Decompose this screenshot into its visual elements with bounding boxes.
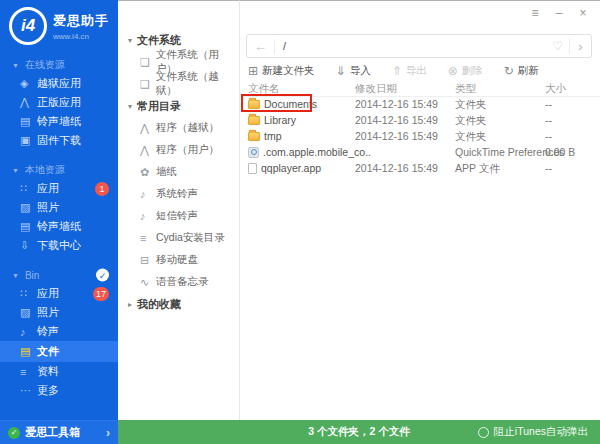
close-icon[interactable]: ×: [576, 6, 590, 20]
sidebar-item-device-files[interactable]: ▤ 文件: [0, 341, 118, 362]
section-label: 在线资源: [25, 58, 65, 72]
document-icon: ❑: [140, 56, 156, 69]
firmware-download-icon: ▣: [20, 134, 37, 147]
bell-icon: ♪: [140, 210, 156, 222]
files-icon: ▤: [20, 345, 37, 358]
file-name: qqplayer.app: [261, 162, 321, 174]
drive-icon: ⊟: [140, 254, 156, 267]
table-row[interactable]: Library 2014-12-16 15:49 文件夹 --: [240, 113, 600, 129]
delete-button[interactable]: ⊗ 删除: [448, 64, 483, 78]
table-row[interactable]: .com.apple.mobile_co.. QuickTime Prefere…: [240, 145, 600, 161]
sidebar-item-genuine-apps[interactable]: ⋀ 正版应用: [0, 93, 118, 112]
back-button[interactable]: ←: [247, 39, 275, 54]
table-row[interactable]: tmp 2014-12-16 15:49 文件夹 --: [240, 129, 600, 145]
new-folder-button[interactable]: ⊞ 新建文件夹: [248, 64, 315, 78]
export-icon: ⇑: [392, 64, 402, 78]
sidebar-item-device-data[interactable]: ≡ 资料: [0, 362, 118, 381]
checkbox-circle-icon: [478, 427, 489, 438]
sidebar-item-download-center[interactable]: ⇩ 下载中心: [0, 236, 118, 255]
import-button[interactable]: ⇓ 导入: [336, 64, 371, 78]
tree-item-wallpaper[interactable]: ✿ 墙纸: [118, 161, 239, 183]
file-toolbar: ⊞ 新建文件夹 ⇓ 导入 ⇑ 导出 ⊗ 删除 ↻ 刷新: [248, 61, 600, 81]
ringtone-wallpaper-icon: ▤: [20, 220, 37, 233]
folder-icon: [248, 132, 260, 141]
tree-item-system-ringtones[interactable]: ♪ 系统铃声: [118, 183, 239, 205]
section-online-resources[interactable]: ▼ 在线资源: [0, 56, 118, 74]
sidebar-item-device-photos[interactable]: ▨ 照片: [0, 303, 118, 322]
column-header-modified[interactable]: 修改日期: [355, 82, 397, 96]
app-logo: i4 爱思助手 www.i4.cn: [0, 0, 118, 45]
import-icon: ⇓: [336, 64, 346, 78]
flower-icon: ✿: [140, 166, 156, 179]
sidebar-item-local-photos[interactable]: ▨ 照片: [0, 198, 118, 217]
menu-icon[interactable]: ≡: [528, 6, 542, 20]
sidebar-item-device-apps[interactable]: ∷ 应用 17: [0, 284, 118, 303]
triangle-right-icon: ▸: [128, 300, 132, 309]
folder-icon: [248, 116, 260, 125]
jailbreak-apps-icon: ◈: [20, 77, 37, 90]
column-header-type[interactable]: 类型: [455, 82, 476, 96]
tree-item-cydia-directory[interactable]: ≡ Cydia安装目录: [118, 227, 239, 249]
sidebar-item-local-apps[interactable]: ∷ 应用 1: [0, 179, 118, 198]
favorite-button[interactable]: ♡: [546, 39, 569, 53]
delete-icon: ⊗: [448, 64, 458, 78]
tree-section-common-directories[interactable]: ▾ 常用目录: [118, 95, 239, 117]
app-title: 爱思助手: [53, 12, 109, 30]
app-window: i4 爱思助手 www.i4.cn ▼ 在线资源 ◈ 越狱应用 ⋀ 正版应用 ▤…: [0, 0, 600, 444]
table-row[interactable]: qqplayer.app 2014-12-16 15:49 APP 文件 --: [240, 161, 600, 177]
export-button[interactable]: ⇑ 导出: [392, 64, 427, 78]
tree-panel: ▾ 文件系统 ❑ 文件系统（用户） ❑ 文件系统（越狱） ▾ 常用目录 ⋀ 程序…: [118, 0, 240, 420]
tree-section-my-favorites[interactable]: ▸ 我的收藏: [118, 293, 239, 315]
section-local-resources[interactable]: ▼ 本地资源: [0, 161, 118, 179]
sidebar-item-local-ringtone-wallpaper[interactable]: ▤ 铃声墙纸: [0, 217, 118, 236]
tree-item-voice-memos[interactable]: ∿ 语音备忘录: [118, 271, 239, 293]
device-name: Bin: [25, 270, 39, 281]
tree-item-sms-ringtones[interactable]: ♪ 短信铃声: [118, 205, 239, 227]
genuine-apps-icon: ⋀: [20, 96, 37, 109]
toolbox-label: 爱思工具箱: [25, 425, 106, 440]
path-input[interactable]: /: [275, 40, 546, 52]
minimize-icon[interactable]: –: [552, 6, 566, 20]
tree-item-programs-jailbreak[interactable]: ⋀ 程序（越狱）: [118, 117, 239, 139]
tree-item-filesystem-jailbreak[interactable]: ❑ 文件系统（越狱）: [118, 73, 239, 95]
section-label: 本地资源: [25, 163, 65, 177]
file-table: 文件名 修改日期 类型 大小 Documents 2014-12-16 15:4…: [240, 81, 600, 177]
table-row[interactable]: Documents 2014-12-16 15:49 文件夹 --: [240, 97, 600, 113]
sidebar-item-device-more[interactable]: ⋯ 更多: [0, 381, 118, 400]
forward-button[interactable]: ›: [569, 39, 591, 54]
refresh-button[interactable]: ↻ 刷新: [504, 64, 539, 78]
sidebar-item-jailbreak-apps[interactable]: ◈ 越狱应用: [0, 74, 118, 93]
more-icon: ⋯: [20, 384, 37, 397]
hanger-icon: ⋀: [140, 122, 156, 135]
sidebar-item-firmware-download[interactable]: ▣ 固件下载: [0, 131, 118, 150]
notification-badge: 1: [95, 182, 109, 196]
bell-icon: ♪: [140, 188, 156, 200]
logo-mark: i4: [21, 16, 35, 36]
refresh-icon: ↻: [504, 64, 514, 78]
titlebar: ≡ – ×: [240, 1, 600, 27]
folder-icon: [248, 100, 260, 109]
table-header-row: 文件名 修改日期 类型 大小: [240, 81, 600, 97]
column-header-size[interactable]: 大小: [545, 82, 566, 96]
triangle-down-icon: ▾: [128, 102, 132, 111]
section-device-bin[interactable]: ▼ Bin ✓: [0, 266, 118, 284]
toolbox-bar[interactable]: ✓ 爱思工具箱 ›: [0, 420, 118, 444]
triangle-down-icon: ▼: [12, 167, 19, 174]
triangle-down-icon: ▼: [12, 272, 19, 279]
tree-item-external-drive[interactable]: ⊟ 移动硬盘: [118, 249, 239, 271]
sidebar-item-device-ringtones[interactable]: ♪ 铃声: [0, 322, 118, 341]
block-itunes-toggle[interactable]: 阻止iTunes自动弹出: [478, 425, 588, 439]
quicktime-icon: [248, 147, 259, 158]
device-connected-icon: ✓: [96, 269, 109, 282]
hanger-icon: ⋀: [140, 144, 156, 157]
i4-logo-icon: i4: [9, 7, 47, 45]
chevron-right-icon: ›: [106, 426, 110, 440]
data-icon: ≡: [20, 366, 37, 378]
sidebar-item-ringtone-wallpaper[interactable]: ▤ 铃声墙纸: [0, 112, 118, 131]
file-panel: ≡ – × ← / ♡ › ⊞ 新建文件夹 ⇓ 导入 ⇑ 导出: [240, 0, 600, 420]
tree-item-programs-user[interactable]: ⋀ 程序（用户）: [118, 139, 239, 161]
status-bar: 3 个文件夹，2 个文件 阻止iTunes自动弹出: [118, 420, 600, 444]
ringtone-wallpaper-icon: ▤: [20, 115, 37, 128]
column-header-filename[interactable]: 文件名: [248, 82, 280, 96]
notification-badge: 17: [93, 287, 109, 301]
